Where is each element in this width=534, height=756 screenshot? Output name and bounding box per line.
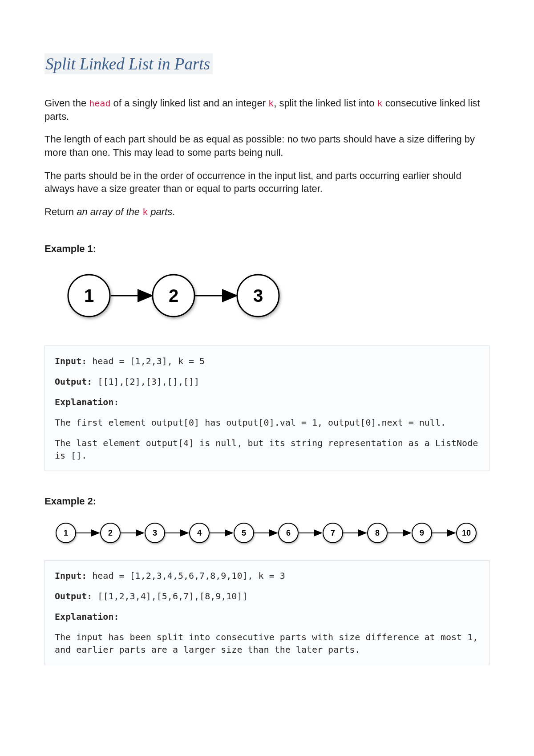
output-value: [[1],[2],[3],[],[]] [92, 376, 199, 387]
linked-list-svg: 123 [62, 268, 312, 326]
page-title: Split Linked List in Parts [44, 53, 213, 74]
node-label: 3 [253, 286, 263, 305]
linked-list-svg: 12345678910 [53, 520, 481, 547]
example-2-codeblock: Input: head = [1,2,3,4,5,6,7,8,9,10], k … [44, 560, 490, 665]
paragraph-1: Given the head of a singly linked list a… [44, 97, 490, 123]
paragraph-4: Return an array of the k parts. [44, 205, 490, 219]
example-2-diagram: 12345678910 [53, 520, 490, 549]
node-label: 5 [242, 528, 246, 537]
node-label: 10 [462, 528, 471, 537]
italic-text: an array of the [77, 206, 142, 217]
paragraph-2: The length of each part should be as equ… [44, 133, 490, 159]
code-k: k [377, 98, 383, 109]
output-value: [[1,2,3,4],[5,6,7],[8,9,10]] [92, 591, 247, 602]
input-label: Input: [55, 356, 87, 366]
example-1-heading: Example 1: [44, 243, 490, 255]
text: Given the [44, 98, 89, 109]
text: , split the linked list into [274, 98, 377, 109]
code-line-input: Input: head = [1,2,3], k = 5 [55, 355, 479, 367]
code-k: k [142, 207, 148, 217]
code-line-input: Input: head = [1,2,3,4,5,6,7,8,9,10], k … [55, 569, 479, 582]
text: Return [44, 206, 77, 217]
node-label: 4 [197, 528, 202, 537]
node-label: 3 [153, 528, 157, 537]
italic-text: parts [148, 206, 172, 217]
node-label: 2 [169, 286, 178, 305]
paragraph-3: The parts should be in the order of occu… [44, 169, 490, 195]
input-label: Input: [55, 570, 87, 581]
node-label: 8 [375, 528, 380, 537]
code-line-expl-label: Explanation: [55, 610, 479, 623]
code-line-expl-label: Explanation: [55, 396, 479, 408]
code-head: head [89, 98, 110, 109]
explanation-label: Explanation: [55, 611, 119, 622]
code-k: k [268, 98, 274, 109]
node-label: 2 [108, 528, 113, 537]
text: . [172, 206, 175, 217]
code-line-output: Output: [[1],[2],[3],[],[]] [55, 375, 479, 388]
input-value: head = [1,2,3], k = 5 [87, 356, 205, 366]
code-line-expl-2: The last element output[4] is null, but … [55, 437, 479, 462]
example-1-diagram: 123 [62, 268, 490, 328]
code-line-output: Output: [[1,2,3,4],[5,6,7],[8,9,10]] [55, 590, 479, 602]
input-value: head = [1,2,3,4,5,6,7,8,9,10], k = 3 [87, 570, 285, 581]
node-label: 1 [84, 286, 94, 305]
node-label: 9 [420, 528, 424, 537]
example-2-heading: Example 2: [44, 496, 490, 507]
node-label: 7 [331, 528, 335, 537]
text: of a singly linked list and an integer [110, 98, 268, 109]
output-label: Output: [55, 591, 92, 602]
code-line-expl-1: The input has been split into consecutiv… [55, 631, 479, 656]
node-label: 6 [286, 528, 291, 537]
document-page: Split Linked List in Parts Given the hea… [0, 0, 534, 756]
explanation-label: Explanation: [55, 397, 119, 407]
output-label: Output: [55, 376, 92, 387]
node-label: 1 [64, 528, 68, 537]
example-1-codeblock: Input: head = [1,2,3], k = 5 Output: [[1… [44, 345, 490, 471]
code-line-expl-1: The first element output[0] has output[0… [55, 416, 479, 429]
